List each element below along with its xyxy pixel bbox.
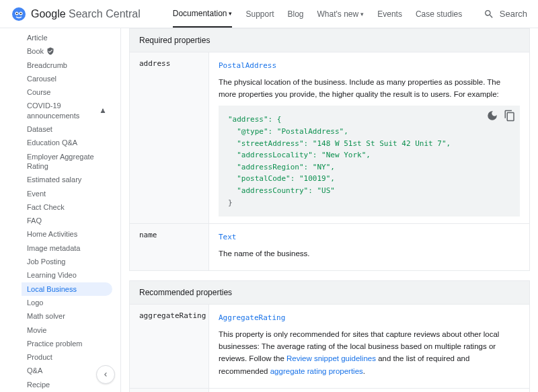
sidebar-item-course[interactable]: Course (22, 85, 120, 99)
chevron-left-icon (102, 370, 110, 379)
type-link-text[interactable]: Text (219, 233, 237, 241)
chevron-down-icon: ▾ (229, 10, 232, 17)
sidebar-item-employer-aggregate-rating[interactable]: Employer Aggregate Rating (22, 150, 120, 173)
svg-point-4 (20, 13, 22, 14)
dark-mode-icon[interactable] (486, 110, 498, 122)
verified-icon (46, 47, 54, 55)
sidebar-item-math-solver[interactable]: Math solver (22, 309, 120, 323)
search-icon (484, 9, 494, 19)
required-properties-header: Required properties (129, 28, 530, 52)
sidebar-item-local-business[interactable]: Local Business (22, 282, 112, 296)
type-link-postaladdress[interactable]: PostalAddress (219, 61, 276, 70)
sidebar-item-fact-check[interactable]: Fact Check (22, 200, 120, 214)
prop-description: The physical location of the business. I… (219, 76, 520, 101)
top-nav: Documentation▾SupportBlogWhat's new▾Even… (173, 1, 463, 28)
sidebar-item-estimated-salary[interactable]: Estimated salary (22, 173, 120, 186)
nav-events[interactable]: Events (377, 1, 402, 28)
sidebar-item-movie[interactable]: Movie (22, 323, 120, 337)
property-aggregaterating: aggregateRating AggregateRating This pro… (129, 305, 530, 389)
main-content: Required properties address PostalAddres… (121, 28, 538, 392)
flask-icon (100, 107, 106, 115)
sidebar-item-education-q-a[interactable]: Education Q&A (22, 136, 120, 149)
logo[interactable]: Google Search Central (11, 6, 141, 22)
sidebar: ArticleBookBreadcrumbCarouselCourseCOVID… (0, 28, 121, 392)
property-department: department LocalBusiness A nested item f… (129, 389, 530, 392)
sidebar-item-product[interactable]: Product (22, 350, 120, 364)
search-placeholder: Search (500, 9, 527, 19)
sidebar-item-image-metadata[interactable]: Image metadata (22, 241, 120, 255)
svg-point-0 (12, 7, 26, 21)
nav-case-studies[interactable]: Case studies (416, 1, 462, 28)
code-example: "address": { "@type": "PostalAddress", "… (219, 106, 520, 217)
sidebar-item-practice-problem[interactable]: Practice problem (22, 337, 120, 350)
sidebar-item-article[interactable]: Article (22, 31, 120, 44)
sidebar-item-job-posting[interactable]: Job Posting (22, 255, 120, 268)
sidebar-item-book[interactable]: Book (22, 44, 120, 58)
sidebar-item-breadcrumb[interactable]: Breadcrumb (22, 58, 120, 72)
header: Google Search Central Documentation▾Supp… (0, 0, 538, 28)
chevron-down-icon: ▾ (360, 11, 364, 17)
sidebar-item-learning-video[interactable]: Learning Video (22, 268, 120, 282)
brand: Google Search Central (31, 8, 141, 20)
sidebar-item-carousel[interactable]: Carousel (22, 72, 120, 85)
search-input[interactable]: Search (484, 9, 527, 19)
recommended-properties-header: Recommended properties (129, 280, 530, 305)
sidebar-item-event[interactable]: Event (22, 187, 120, 200)
prop-name: address (130, 52, 209, 223)
collapse-sidebar-button[interactable] (96, 365, 115, 384)
google-robot-icon (11, 6, 27, 22)
link-aggregate-rating[interactable]: aggregate rating properties (270, 367, 363, 375)
type-link-aggregaterating[interactable]: AggregateRating (219, 313, 285, 322)
sidebar-item-logo[interactable]: Logo (22, 296, 120, 309)
nav-documentation[interactable]: Documentation▾ (173, 1, 233, 28)
nav-blog[interactable]: Blog (288, 1, 304, 28)
nav-support[interactable]: Support (245, 1, 274, 28)
sidebar-item-dataset[interactable]: Dataset (22, 122, 120, 136)
svg-point-3 (16, 13, 17, 14)
copy-icon[interactable] (504, 110, 516, 122)
link-review-snippet[interactable]: Review snippet guidelines (286, 354, 376, 362)
sidebar-item-home-activities[interactable]: Home Activities (22, 227, 120, 241)
property-name: name Text The name of the business. (129, 224, 530, 271)
sidebar-item-faq[interactable]: FAQ (22, 214, 120, 227)
property-address: address PostalAddress The physical locat… (129, 52, 530, 224)
nav-what-s-new[interactable]: What's new▾ (317, 1, 364, 28)
sidebar-item-covid-announcements[interactable]: COVID-19 announcements (22, 99, 120, 122)
